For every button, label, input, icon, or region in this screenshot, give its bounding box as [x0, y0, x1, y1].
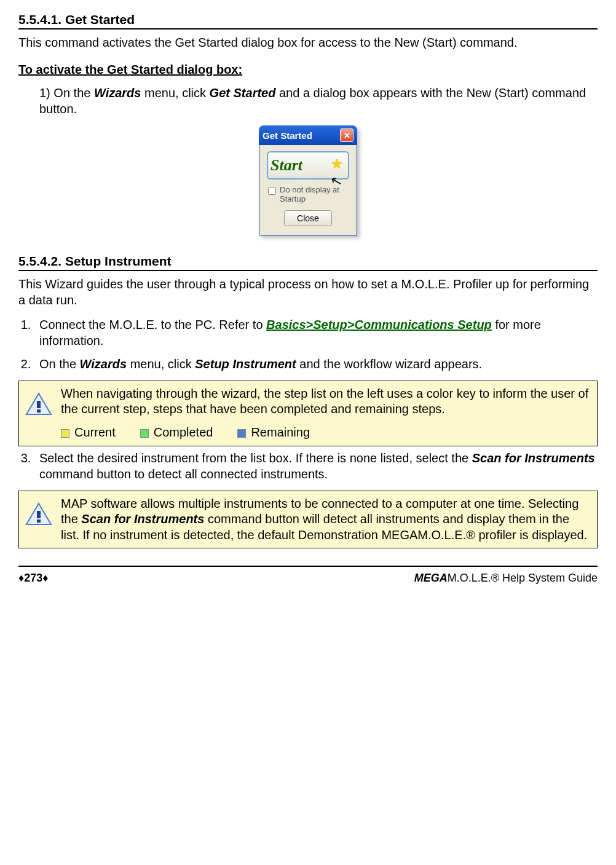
- legend-label-current: Current: [74, 425, 116, 439]
- svg-rect-4: [37, 511, 41, 518]
- heading-setup-instrument: 5.5.4.2. Setup Instrument: [18, 254, 598, 269]
- step1-text: 1) On the: [39, 86, 94, 100]
- checkbox-input[interactable]: [268, 187, 276, 195]
- command-scan-for-instruments: Scan for Instruments: [81, 512, 204, 526]
- legend-label-remaining: Remaining: [251, 425, 310, 439]
- page-footer: ♦273♦ MEGAM.O.L.E.® Help System Guide: [18, 566, 598, 585]
- link-basics-setup-communications[interactable]: Basics>Setup>Communications Setup: [266, 318, 492, 331]
- start-button-label: Start: [270, 156, 302, 174]
- divider: [18, 28, 598, 30]
- page-number: ♦273♦: [18, 572, 48, 585]
- command-get-started: Get Started: [210, 86, 276, 100]
- legend-label-completed: Completed: [154, 425, 213, 439]
- svg-rect-2: [37, 409, 41, 413]
- step-wizards-menu: On the Wizards menu, click Setup Instrum…: [34, 356, 598, 372]
- close-icon[interactable]: ✕: [340, 128, 353, 142]
- start-button[interactable]: Start ★: [267, 151, 349, 180]
- step-text: command button to detect all connected i…: [39, 467, 328, 481]
- checkbox-label: Do not display at Startup: [280, 186, 349, 204]
- subheading: To activate the Get Started dialog box:: [18, 61, 598, 77]
- menu-name-wizards: Wizards: [94, 86, 141, 100]
- command-scan-for-instruments: Scan for Instruments: [472, 451, 595, 465]
- menu-name-wizards: Wizards: [80, 357, 127, 371]
- step-text: and the workflow wizard appears.: [296, 357, 482, 371]
- step-text: Connect the M.O.L.E. to the PC. Refer to: [39, 318, 266, 331]
- command-setup-instrument: Setup Instrument: [195, 357, 296, 371]
- swatch-current: [61, 429, 69, 438]
- intro-text-2: This Wizard guides the user through a ty…: [18, 276, 598, 308]
- step-1: 1) On the Wizards menu, click Get Starte…: [34, 85, 598, 117]
- note-map-software: MAP software allows multiple instruments…: [18, 491, 598, 549]
- divider: [18, 270, 598, 271]
- dialog-title: Get Started: [263, 130, 312, 141]
- close-button[interactable]: Close: [284, 210, 332, 226]
- info-icon: [25, 502, 52, 527]
- info-icon: [25, 392, 52, 417]
- color-legend: Current Completed Remaining: [61, 425, 591, 441]
- intro-text: This command activates the Get Started d…: [18, 34, 598, 50]
- step-text: Select the desired instrument from the l…: [39, 451, 472, 465]
- step-connect: Connect the M.O.L.E. to the PC. Refer to…: [34, 317, 598, 349]
- get-started-dialog: Get Started ✕ Start ★ ↖ Do not display a…: [259, 125, 357, 235]
- heading-get-started: 5.5.4.1. Get Started: [18, 12, 598, 27]
- svg-rect-5: [37, 519, 41, 523]
- swatch-remaining: [237, 429, 246, 438]
- star-icon: ★: [331, 156, 343, 172]
- footer-mega: MEGA: [414, 572, 448, 584]
- do-not-display-checkbox[interactable]: Do not display at Startup: [268, 186, 349, 204]
- step-text: On the: [39, 357, 80, 371]
- step-text: menu, click: [127, 357, 195, 371]
- note-color-key: When navigating through the wizard, the …: [18, 381, 598, 446]
- footer-title: MEGAM.O.L.E.® Help System Guide: [414, 572, 598, 585]
- note-text: When navigating through the wizard, the …: [61, 386, 591, 417]
- step1-text: menu, click: [141, 86, 209, 100]
- footer-rest: M.O.L.E.® Help System Guide: [448, 572, 598, 584]
- svg-rect-1: [37, 401, 41, 408]
- step-select-instrument: Select the desired instrument from the l…: [34, 450, 598, 482]
- dialog-titlebar: Get Started ✕: [259, 125, 357, 145]
- swatch-completed: [140, 429, 149, 438]
